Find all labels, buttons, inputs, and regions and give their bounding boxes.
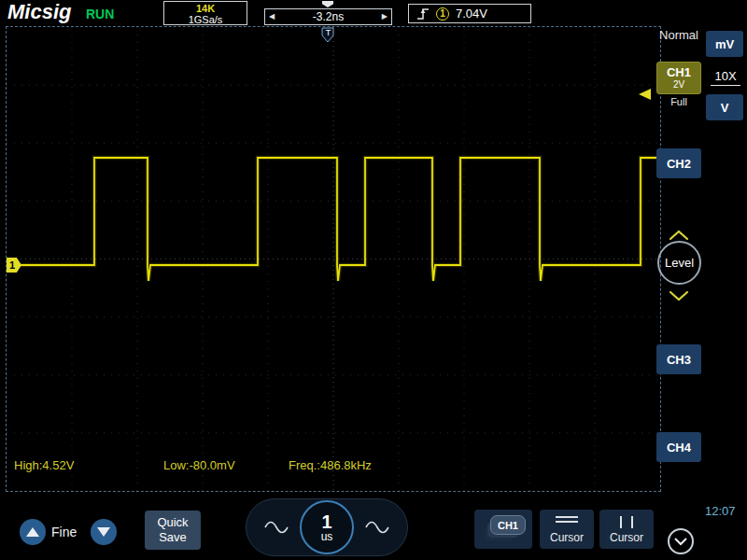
trigger-level-arrow[interactable] [639,89,651,100]
horizontal-cursor-icon [556,516,578,523]
trigger-delay-value: -3.2ns [313,10,344,23]
timebase-value: 1 [321,512,331,531]
collapse-menu-button[interactable] [668,528,694,554]
trigger-mode-label[interactable]: Normal [656,28,701,42]
trigger-delay-box[interactable]: ◀ -3.2ns ▶ [264,8,392,25]
cursor-h-label: Cursor [550,531,584,544]
rising-edge-icon [416,7,430,21]
level-knob[interactable]: Level [657,241,701,285]
waveform-display[interactable]: T 1 High:4.52V Low:-80.0mV Freq.:486.8kH… [6,26,661,492]
down-triangle-icon [97,527,110,537]
fine-label: Fine [51,525,77,539]
ch1-bandwidth-label: Full [656,96,701,107]
probe-attenuation-button[interactable]: 10X [711,69,740,86]
trigger-source-badge: 1 [436,7,449,21]
up-triangle-icon [26,527,39,537]
chevron-down-icon [673,537,688,546]
adjust-up-button[interactable] [20,519,46,545]
cursor-v-label: Cursor [610,531,643,544]
channel-select-button[interactable]: CH1 [474,510,532,549]
timebase-knob[interactable]: 1 us [300,500,354,554]
measurement-freq: Freq.:486.8kHz [289,458,372,472]
ch2-button[interactable]: CH2 [656,148,701,178]
trigger-time-marker[interactable]: T [321,27,335,43]
run-status[interactable]: RUN [86,7,114,21]
arrow-right-icon[interactable]: ▶ [382,13,388,21]
trigger-info-box[interactable]: 1 7.04V [408,4,531,23]
vertical-cursor-icon [620,516,633,528]
mv-button[interactable]: mV [706,31,743,57]
adjust-down-button[interactable] [91,519,117,545]
clock: 12:07 [705,504,736,518]
acquisition-info-box[interactable]: 14K 1GSa/s [163,1,247,25]
ch1-label: CH1 [657,65,700,79]
trigger-position-indicator[interactable] [322,1,333,7]
svg-text:T: T [326,28,331,37]
vertical-cursor-button[interactable]: Cursor [599,510,654,549]
trigger-level-value: 7.04V [456,7,487,21]
ch1-button[interactable]: CH1 2V [656,62,701,94]
v-button[interactable]: V [706,94,743,120]
ch1-scale: 2V [657,79,700,90]
sine-wave-left-icon[interactable] [264,520,289,535]
level-up-chevron[interactable] [669,230,689,241]
sample-rate: 1GSa/s [164,14,247,25]
quick-save-button[interactable]: Quick Save [145,511,201,550]
ch3-button[interactable]: CH3 [656,344,701,374]
horizontal-cursor-button[interactable]: Cursor [540,510,594,549]
measurement-high: High:4.52V [14,458,74,472]
level-down-chevron[interactable] [669,290,689,301]
sine-wave-right-icon[interactable] [365,520,389,535]
waveform-canvas[interactable] [7,27,660,491]
memory-depth: 14K [164,3,247,14]
quick-save-line2: Save [159,530,187,545]
ch4-button[interactable]: CH4 [656,432,701,462]
oscilloscope-app: Micsig RUN 14K 1GSa/s ◀ -3.2ns ▶ 1 7.04V… [0,0,747,560]
timebase-unit: us [321,531,333,543]
micsig-logo: Micsig [7,0,71,24]
measurement-low: Low:-80.0mV [163,458,235,472]
quick-save-line1: Quick [157,515,188,530]
ch1-chip: CH1 [490,515,526,535]
arrow-left-icon[interactable]: ◀ [269,13,275,21]
